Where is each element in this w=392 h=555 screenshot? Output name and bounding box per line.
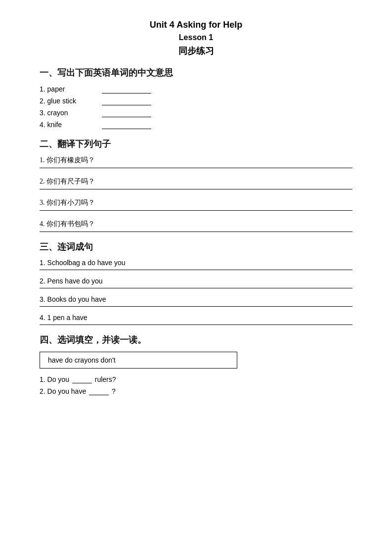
section-4-title: 四、选词填空，并读一读。 bbox=[40, 334, 352, 346]
sentence-item: 3. Books do you have bbox=[40, 295, 352, 307]
answer-line[interactable] bbox=[40, 168, 352, 168]
section-2-title: 二、翻译下列句子 bbox=[40, 138, 352, 150]
answer-blank[interactable] bbox=[102, 120, 151, 129]
word-bank: have do crayons don't bbox=[40, 352, 237, 369]
fill-blank[interactable] bbox=[89, 387, 109, 395]
word-item: 2. glue stick bbox=[40, 96, 352, 105]
section-3-title: 三、连词成句 bbox=[40, 241, 352, 253]
translate-text: 3. 你们有小刀吗？ bbox=[40, 198, 352, 207]
section-1: 一、写出下面英语单词的中文意思 1. paper2. glue stick3. … bbox=[40, 67, 352, 129]
sentence-text: 4. 1 pen a have bbox=[40, 314, 352, 322]
word-bank-box: have do crayons don't bbox=[40, 352, 352, 375]
word-item: 3. crayon bbox=[40, 108, 352, 117]
translate-text: 1. 你们有橡皮吗？ bbox=[40, 156, 352, 165]
sentence-text: 3. Books do you have bbox=[40, 295, 352, 303]
fill-item: 1. Do you rulers? bbox=[40, 375, 352, 383]
subtitle: 同步练习 bbox=[40, 45, 352, 57]
word-item: 1. paper bbox=[40, 85, 352, 93]
fill-list: 1. Do you rulers?2. Do you have ? bbox=[40, 375, 352, 395]
translate-list: 1. 你们有橡皮吗？2. 你们有尺子吗？3. 你们有小刀吗？4. 你们有书包吗？ bbox=[40, 156, 352, 232]
fill-prefix: 1. Do you bbox=[40, 375, 71, 383]
word-label: 2. glue stick bbox=[40, 97, 99, 105]
word-label: 1. paper bbox=[40, 85, 99, 93]
sentence-item: 2. Pens have do you bbox=[40, 277, 352, 288]
translate-item: 1. 你们有橡皮吗？ bbox=[40, 156, 352, 168]
answer-blank[interactable] bbox=[102, 108, 151, 117]
sentence-item: 4. 1 pen a have bbox=[40, 314, 352, 325]
section-2: 二、翻译下列句子 1. 你们有橡皮吗？2. 你们有尺子吗？3. 你们有小刀吗？4… bbox=[40, 138, 352, 232]
translate-text: 2. 你们有尺子吗？ bbox=[40, 177, 352, 186]
answer-blank[interactable] bbox=[102, 96, 151, 105]
translate-item: 4. 你们有书包吗？ bbox=[40, 220, 352, 232]
sentence-answer-line[interactable] bbox=[40, 306, 352, 307]
word-label: 4. knife bbox=[40, 121, 99, 129]
unit-title: Unit 4 Asking for Help bbox=[40, 20, 352, 30]
section-4: 四、选词填空，并读一读。 have do crayons don't 1. Do… bbox=[40, 334, 352, 395]
sentence-text: 1. Schoolbag a do have you bbox=[40, 259, 352, 267]
translate-item: 2. 你们有尺子吗？ bbox=[40, 177, 352, 189]
answer-line[interactable] bbox=[40, 189, 352, 189]
page-header: Unit 4 Asking for Help Lesson 1 同步练习 bbox=[40, 20, 352, 57]
fill-suffix: rulers? bbox=[93, 375, 116, 383]
sentence-answer-line[interactable] bbox=[40, 288, 352, 288]
fill-blank[interactable] bbox=[72, 375, 92, 383]
sentence-item: 1. Schoolbag a do have you bbox=[40, 259, 352, 270]
sentence-answer-line[interactable] bbox=[40, 324, 352, 325]
fill-suffix: ? bbox=[110, 387, 116, 395]
fill-item: 2. Do you have ? bbox=[40, 387, 352, 395]
answer-blank[interactable] bbox=[102, 85, 151, 93]
section-1-title: 一、写出下面英语单词的中文意思 bbox=[40, 67, 352, 79]
sentence-answer-line[interactable] bbox=[40, 270, 352, 270]
answer-line[interactable] bbox=[40, 210, 352, 211]
sentence-list: 1. Schoolbag a do have you2. Pens have d… bbox=[40, 259, 352, 325]
sentence-text: 2. Pens have do you bbox=[40, 277, 352, 285]
translate-text: 4. 你们有书包吗？ bbox=[40, 220, 352, 229]
word-label: 3. crayon bbox=[40, 109, 99, 117]
translate-item: 3. 你们有小刀吗？ bbox=[40, 198, 352, 211]
word-list: 1. paper2. glue stick3. crayon4. knife bbox=[40, 85, 352, 129]
lesson-title: Lesson 1 bbox=[40, 33, 352, 42]
word-item: 4. knife bbox=[40, 120, 352, 129]
fill-prefix: 2. Do you have bbox=[40, 387, 88, 395]
answer-line[interactable] bbox=[40, 231, 352, 232]
section-3: 三、连词成句 1. Schoolbag a do have you2. Pens… bbox=[40, 241, 352, 325]
